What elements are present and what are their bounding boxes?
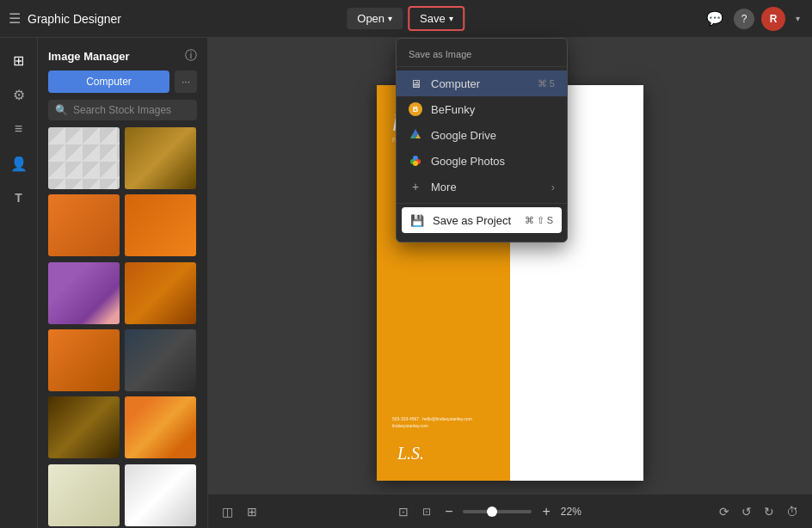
list-item[interactable] (48, 329, 120, 391)
avatar[interactable]: R (761, 7, 785, 31)
sidebar-item-text[interactable]: T (5, 184, 33, 212)
computer-label: Computer (431, 77, 480, 90)
list-item[interactable] (125, 329, 196, 391)
image-grid (38, 127, 207, 528)
googledrive-option[interactable]: Google Drive (397, 122, 567, 148)
menu-icon[interactable]: ☰ (9, 10, 21, 27)
search-input[interactable] (73, 104, 202, 116)
list-item[interactable] (48, 262, 120, 324)
more-arrow-icon: › (551, 181, 555, 193)
more-images-button[interactable]: ··· (175, 71, 197, 93)
computer-option[interactable]: 🖥 Computer ⌘ 5 (397, 71, 567, 96)
list-item[interactable] (48, 127, 120, 189)
befunky-option[interactable]: B BeFunky (397, 96, 567, 122)
refresh-button[interactable]: ⟳ (716, 501, 733, 522)
googledrive-icon (409, 128, 422, 142)
sidebar-item-layers[interactable]: ≡ (5, 115, 33, 143)
open-chevron-icon: ▾ (388, 14, 392, 23)
bottom-right: ⟳ ↺ ↻ ⏱ (716, 501, 802, 522)
expand-icon[interactable]: ▾ (792, 10, 803, 27)
topbar-right: 💬 ? R ▾ (703, 7, 803, 31)
googlephotos-label: Google Photos (431, 155, 505, 168)
befunky-icon: B (409, 102, 422, 116)
bottom-left: ◫ ⊞ (218, 501, 261, 522)
icon-sidebar: ⊞ ⚙ ≡ 👤 T (0, 38, 38, 528)
zoom-out-button[interactable]: − (441, 500, 456, 523)
googlephotos-option[interactable]: Google Photos (397, 148, 567, 174)
svg-point-6 (413, 161, 418, 166)
computer-icon: 🖥 (409, 77, 422, 90)
undo-button[interactable]: ↺ (738, 501, 755, 522)
topbar-center: Open ▾ Save ▾ (347, 6, 464, 31)
save-chevron-icon: ▾ (449, 14, 453, 23)
more-icon: + (409, 180, 422, 193)
list-item[interactable] (125, 262, 196, 324)
sidebar-item-template[interactable]: ⊞ (5, 46, 33, 74)
zoom-thumb[interactable] (487, 507, 497, 517)
sidebar-item-sliders[interactable]: ⚙ (5, 81, 33, 108)
fit-button[interactable]: ⊡ (395, 501, 412, 522)
dropdown-divider (397, 203, 567, 204)
list-item[interactable] (125, 464, 196, 526)
layers-view-button[interactable]: ◫ (218, 501, 237, 522)
list-item[interactable] (125, 127, 196, 189)
dropdown-title: Save as Image (397, 44, 567, 67)
sidebar-item-people[interactable]: 👤 (5, 150, 33, 177)
app-title: Graphic Designer (28, 12, 121, 26)
befunky-label: BeFunky (431, 103, 475, 116)
save-button[interactable]: Save ▾ (408, 6, 465, 31)
topbar: ☰ Graphic Designer Open ▾ Save ▾ 💬 ? R ▾ (0, 0, 812, 38)
fit-all-button[interactable]: ⊡ (419, 502, 434, 521)
panel-title: Image Manager (48, 50, 130, 63)
googlephotos-icon (409, 154, 422, 168)
chat-button[interactable]: 💬 (703, 7, 727, 30)
save-project-icon: 💾 (410, 213, 424, 227)
image-manager-panel: Image Manager ⓘ Computer ··· 🔍 (38, 38, 208, 528)
zoom-value: 22% (561, 506, 581, 518)
redo-button[interactable]: ↻ (760, 501, 778, 522)
canvas-monogram: L.S. (397, 444, 424, 464)
grid-view-button[interactable]: ⊞ (243, 501, 261, 522)
zoom-in-button[interactable]: + (538, 500, 553, 523)
canvas-contact: 503-333-4567 · hello@lindseystanley.com … (392, 415, 472, 429)
panel-info-button[interactable]: ⓘ (185, 48, 197, 64)
search-bar-container: 🔍 (48, 100, 197, 120)
more-option[interactable]: + More › (397, 174, 567, 200)
list-item[interactable] (125, 194, 196, 256)
zoom-slider[interactable] (463, 510, 532, 513)
list-item[interactable] (48, 464, 120, 526)
googledrive-label: Google Drive (431, 129, 496, 142)
more-label: More (431, 181, 457, 193)
computer-button[interactable]: Computer (48, 71, 169, 93)
bottom-bar: ◫ ⊞ ⊡ ⊡ − + 22% ⟳ ↺ ↻ ⏱ (208, 494, 812, 528)
open-button[interactable]: Open ▾ (347, 8, 403, 29)
computer-shortcut: ⌘ 5 (538, 78, 555, 89)
save-project-shortcut: ⌘ ⇧ S (525, 215, 553, 226)
list-item[interactable] (48, 396, 120, 458)
save-project-label: Save as Project (433, 214, 511, 227)
zoom-controls: ⊡ ⊡ − + 22% (268, 500, 709, 523)
help-button[interactable]: ? (734, 9, 754, 29)
panel-header: Image Manager ⓘ (38, 38, 207, 71)
list-item[interactable] (125, 396, 196, 458)
help-icon: ? (741, 13, 747, 25)
chat-icon: 💬 (706, 10, 723, 27)
search-icon: 🔍 (55, 104, 68, 116)
list-item[interactable] (48, 194, 120, 256)
panel-controls: Computer ··· (38, 71, 207, 100)
history-button[interactable]: ⏱ (783, 501, 802, 522)
save-dropdown: Save as Image 🖥 Computer ⌘ 5 B BeFunky G… (396, 38, 568, 243)
save-as-project-option[interactable]: 💾 Save as Project ⌘ ⇧ S (402, 207, 562, 233)
